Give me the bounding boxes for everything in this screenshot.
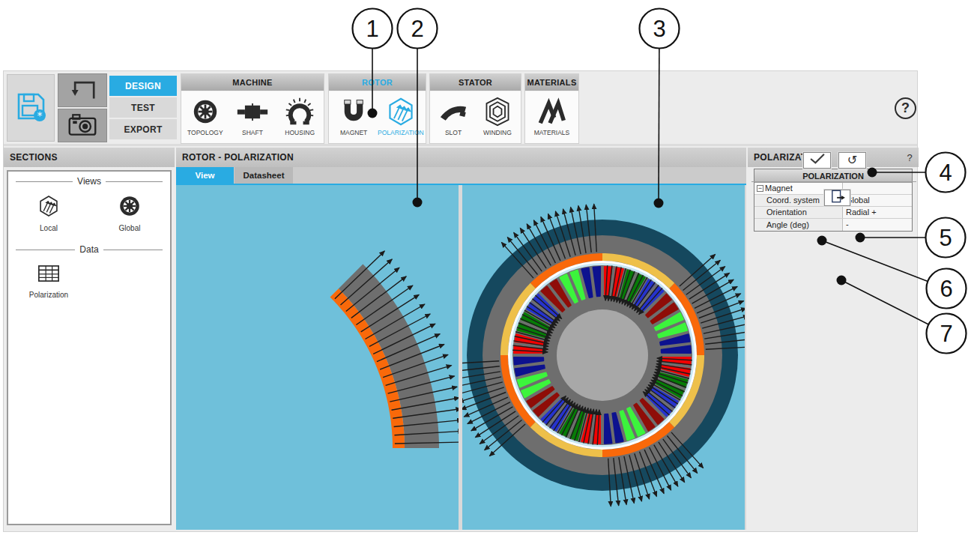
callout-number: 2	[411, 16, 423, 42]
callout-circle	[398, 9, 438, 49]
property-row-angle: Angle (deg) -	[754, 219, 912, 231]
group-title: ROTOR	[329, 74, 426, 91]
page: * DESIGN T	[0, 0, 980, 538]
right-panel-title-bar: POLARIZATION ?	[748, 148, 919, 167]
ribbon-item-label: POLARIZATION	[378, 129, 424, 136]
property-label: Angle (deg)	[754, 219, 843, 231]
group-title: MACHINE	[181, 74, 324, 91]
shaft-icon	[236, 96, 269, 127]
sections-item-polarization-data[interactable]: Polarization	[8, 256, 89, 299]
apply-button[interactable]	[803, 152, 831, 169]
winding-icon	[483, 96, 512, 127]
group-title: MATERIALS	[525, 74, 578, 91]
tab-datasheet[interactable]: Datasheet	[235, 167, 293, 184]
polarization-canvas	[176, 184, 746, 530]
ribbon-item-label: SHAFT	[242, 129, 263, 136]
table-icon	[36, 262, 61, 288]
callout-circle	[926, 153, 966, 193]
housing-icon	[285, 96, 315, 127]
group-title: STATOR	[430, 74, 521, 91]
callout-number: 1	[366, 16, 378, 42]
step-back-button[interactable]	[58, 73, 107, 107]
sections-item-global[interactable]: Global	[89, 188, 170, 232]
reset-button[interactable]: ↺	[838, 152, 866, 169]
ribbon-group-rotor: ROTOR MAGNET	[328, 73, 426, 144]
view-tabstrip: View Datasheet	[176, 167, 746, 184]
ribbon-item-materials[interactable]: MATERIALS	[528, 96, 576, 136]
ribbon-item-housing[interactable]: HOUSING	[276, 96, 324, 136]
property-label: Magnet	[765, 183, 793, 194]
sections-item-label: Polarization	[29, 291, 68, 299]
callout-number: 5	[939, 225, 952, 251]
export-view-button[interactable]	[824, 190, 850, 206]
callout-number: 3	[653, 16, 665, 42]
callout-number: 4	[939, 160, 952, 186]
step-arrow-icon	[66, 76, 99, 105]
svg-text:*: *	[37, 109, 43, 121]
gv	[462, 185, 745, 530]
global-view-icon	[118, 194, 142, 221]
design-mode-button[interactable]: DESIGN	[109, 76, 177, 96]
panel-help-icon[interactable]: ?	[907, 152, 913, 163]
save-button[interactable]: *	[7, 74, 55, 142]
ribbon-group-stator: STATOR SLOT	[429, 73, 521, 144]
lv	[176, 185, 459, 530]
property-row-orientation: Orientation Radial +	[754, 207, 912, 219]
reset-icon: ↺	[847, 154, 857, 166]
ribbon-item-label: HOUSING	[285, 129, 315, 136]
panel-divider	[751, 181, 916, 182]
magnet-icon	[339, 96, 369, 127]
ribbon-group-materials: MATERIALS MATERIALS	[524, 73, 579, 144]
ribbon-item-slot[interactable]: SLOT	[432, 96, 474, 136]
ribbon-item-label: MATERIALS	[534, 129, 570, 136]
callout-number: 7	[940, 321, 952, 347]
topology-icon	[191, 96, 220, 127]
ribbon-item-label: WINDING	[483, 129, 512, 136]
data-separator: Data	[16, 244, 163, 255]
ribbon-item-topology[interactable]: TOPOLOGY	[181, 96, 229, 136]
ribbon-group-machine: MACHINE TOPOLOGY	[181, 73, 324, 144]
property-value-cell[interactable]: Global	[843, 195, 912, 206]
polarization-icon	[386, 96, 416, 127]
callout-circle	[927, 269, 967, 309]
ribbon-item-polarization[interactable]: POLARIZATION	[378, 96, 423, 136]
ribbon-item-label: SLOT	[445, 129, 462, 136]
materials-icon	[536, 96, 567, 127]
callout-circle	[927, 314, 967, 354]
global-rotor-view[interactable]	[462, 185, 745, 530]
screenshot-button[interactable]	[58, 109, 107, 142]
views-separator-label: Views	[77, 176, 101, 187]
camera-icon	[67, 112, 97, 139]
property-label: Orientation	[754, 207, 843, 218]
property-value-cell[interactable]: -	[843, 219, 912, 231]
sections-panel-title: SECTIONS	[4, 148, 175, 167]
sections-item-label: Local	[40, 224, 58, 232]
ribbon-item-label: MAGNET	[340, 129, 367, 136]
help-icon[interactable]: ?	[895, 97, 916, 119]
ribbon-item-label: TOPOLOGY	[187, 129, 223, 136]
local-pole-view[interactable]	[176, 185, 459, 530]
ribbon: * DESIGN T	[4, 71, 917, 146]
test-mode-button[interactable]: TEST	[109, 97, 177, 118]
property-value-cell	[843, 183, 912, 194]
slot-icon	[438, 96, 469, 127]
ribbon-item-winding[interactable]: WINDING	[477, 96, 518, 136]
main-view-title: ROTOR - POLARIZATION	[176, 148, 746, 167]
tab-view[interactable]: View	[176, 167, 234, 184]
ribbon-item-magnet[interactable]: MAGNET	[331, 96, 375, 136]
ribbon-item-shaft[interactable]: SHAFT	[229, 96, 276, 136]
callout-circle	[926, 218, 966, 258]
app-window: * DESIGN T	[3, 70, 918, 532]
callout-number: 6	[940, 276, 952, 302]
sections-item-local[interactable]: Local	[8, 188, 89, 232]
collapse-icon[interactable]	[757, 185, 763, 192]
callout-circle	[640, 9, 680, 49]
shaft	[557, 309, 648, 401]
property-value-cell[interactable]: Radial +	[843, 207, 912, 218]
export-mode-button[interactable]: EXPORT	[109, 119, 177, 139]
data-separator-label: Data	[79, 244, 98, 255]
save-icon: *	[13, 89, 48, 127]
export-page-icon	[829, 190, 846, 206]
sections-item-label: Global	[119, 224, 141, 232]
sections-panel: Views Local	[7, 170, 172, 525]
